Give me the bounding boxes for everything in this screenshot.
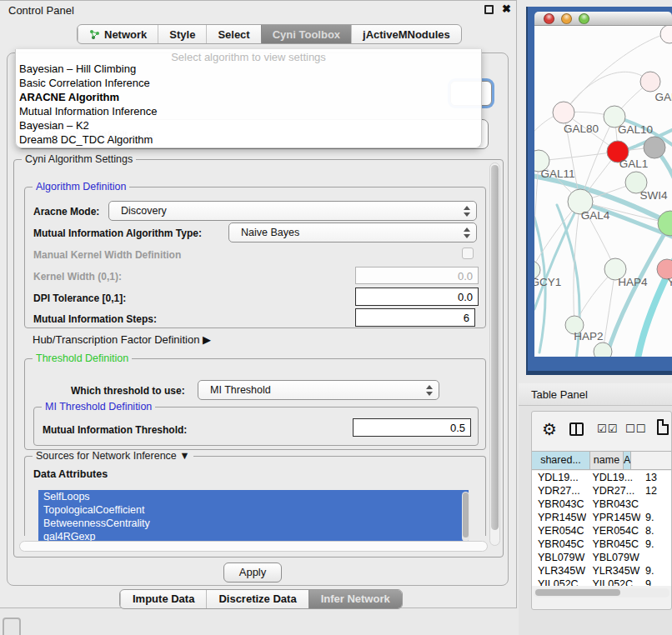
float-window-icon[interactable]: [484, 5, 494, 14]
table-header-row: shared... name A: [532, 451, 671, 470]
mi-threshold-label: Mutual Information Threshold:: [43, 424, 187, 436]
tab[interactable]: Select: [206, 25, 260, 43]
combo-stepper-icon: [463, 227, 470, 239]
control-panel-tabstrip: Network Style Select Cyni Toolbox jActiv…: [77, 24, 462, 44]
mi-threshold-legend: MI Threshold Definition: [42, 401, 155, 412]
threshold-definition-group: Threshold Definition Which threshold to …: [24, 358, 486, 450]
column-header[interactable]: shared...: [532, 452, 590, 469]
dropdown-item[interactable]: Mutual Information Inference: [16, 104, 481, 118]
tab-label: Network: [104, 28, 147, 41]
table-body: YDL19... YDL19... 13 YDR27... YDR27... 1…: [532, 471, 671, 586]
dropdown-item[interactable]: Bayesian – K2: [16, 118, 481, 132]
algorithm-definition-group: Algorithm Definition Aracne Mode: Discov…: [24, 187, 486, 328]
data-attribute-item[interactable]: TopologicalCoefficient: [38, 503, 469, 517]
dpi-tolerance-field[interactable]: 0.0: [355, 288, 479, 306]
network-edge[interactable]: [539, 152, 618, 161]
table-row[interactable]: YIL052C YIL052C 9.: [532, 578, 671, 586]
table-row[interactable]: YBR045C YBR045C 9.: [532, 538, 671, 551]
sources-legend-text: Sources for Network Inference: [36, 450, 177, 462]
close-traffic-light-icon[interactable]: [544, 13, 554, 24]
attributes-list-scrollbar-thumb[interactable]: [463, 492, 469, 538]
network-node[interactable]: [644, 137, 665, 158]
network-node[interactable]: [660, 26, 672, 43]
table-row[interactable]: YBR043C YBR043C: [532, 498, 671, 511]
data-attribute-item[interactable]: BetweennessCentrality: [38, 517, 469, 530]
column-header[interactable]: A: [624, 452, 631, 469]
checked-boxes-icon[interactable]: ☑☑: [597, 422, 618, 435]
data-attribute-item[interactable]: SelfLoops: [38, 490, 469, 503]
cell-name: YIL052C: [586, 578, 640, 586]
cyni-algorithm-settings-group: Cyni Algorithm Settings Algorithm Defini…: [13, 159, 504, 558]
bottom-tab[interactable]: Infer Network: [308, 590, 402, 608]
collapsed-panel-icon[interactable]: [3, 618, 21, 635]
gear-icon[interactable]: ⚙: [542, 419, 557, 439]
cell-shared-name: YBR043C: [532, 498, 586, 511]
bottom-tabstrip: Impute Data Discretize Data Infer Networ…: [119, 589, 403, 609]
column-header[interactable]: name: [590, 452, 624, 469]
mi-type-label: Mutual Information Algorithm Type:: [33, 228, 202, 239]
expand-right-arrow-icon: ▶: [203, 333, 211, 346]
apply-button[interactable]: Apply: [223, 562, 282, 582]
tab[interactable]: jActiveMNodules: [351, 25, 461, 43]
table-horizontal-scrollbar-thumb[interactable]: [535, 589, 620, 596]
tab[interactable]: Style: [158, 25, 206, 43]
which-threshold-value: MI Threshold: [210, 384, 271, 396]
settings-scrollbar[interactable]: [489, 162, 500, 546]
combo-stepper-icon: [463, 205, 470, 218]
bottom-tab[interactable]: Impute Data: [120, 590, 206, 608]
network-node[interactable]: [553, 102, 574, 123]
data-attributes-list: SelfLoops TopologicalCoefficient Between…: [38, 490, 469, 545]
cell-value: 9.: [640, 538, 671, 551]
network-node-label: GAL: [654, 91, 672, 103]
dropdown-item[interactable]: ARACNE Algorithm: [16, 90, 481, 104]
network-node[interactable]: [640, 72, 660, 92]
close-icon[interactable]: ✖: [502, 2, 511, 15]
kernel-width-field[interactable]: 0.0: [355, 267, 479, 284]
hub-definition-expander[interactable]: Hub/Transcription Factor Definition ▶: [33, 333, 211, 346]
dpi-tolerance-label: DPI Tolerance [0,1]:: [33, 292, 126, 304]
tab[interactable]: Network: [78, 25, 158, 43]
table-panel: ⚙ ☑☑ ☐☐ shared... name A YDL19... YDL19.…: [519, 406, 672, 635]
network-node[interactable]: [594, 342, 612, 357]
network-node-label: SWI4: [639, 189, 667, 202]
tab[interactable]: Cyni Toolbox: [261, 25, 351, 43]
cell-name: YDR27...: [586, 484, 640, 498]
sources-legend: Sources for Network Inference ▼: [33, 450, 193, 462]
attributes-list-scrollbar[interactable]: [462, 492, 469, 542]
manual-kernel-checkbox[interactable]: [462, 248, 474, 259]
split-pane-icon[interactable]: [569, 422, 584, 436]
mi-type-combo[interactable]: Naive Bayes: [228, 222, 477, 242]
which-threshold-combo[interactable]: MI Threshold: [198, 380, 439, 400]
minimize-traffic-light-icon[interactable]: [561, 13, 572, 24]
table-row[interactable]: YER054C YER054C 8.: [532, 524, 671, 538]
network-node-label: GAL11: [540, 168, 574, 180]
cell-name: YBR045C: [586, 538, 640, 551]
table-row[interactable]: YBL079W YBL079W: [532, 551, 671, 564]
document-icon[interactable]: [657, 419, 669, 435]
table-row[interactable]: YDR27... YDR27... 12: [532, 484, 671, 498]
dropdown-item[interactable]: Bayesian – Hill Climbing: [16, 62, 481, 76]
dropdown-item[interactable]: Dream8 DC_TDC Algorithm: [16, 132, 481, 147]
table-row[interactable]: YPR145W YPR145W 9.: [532, 511, 671, 524]
network-canvas[interactable]: GALGAL80GAL10GAL1GAL11SWI4GAL4GCY1HAP4YH…: [534, 26, 672, 357]
hub-definition-label: Hub/Transcription Factor Definition: [33, 333, 199, 346]
table-row[interactable]: YLR345W YLR345W 9.: [532, 564, 671, 578]
settings-horizontal-scrollbar[interactable]: [19, 541, 488, 552]
collapse-down-arrow-icon[interactable]: ▼: [179, 450, 189, 462]
settings-scrollbar-thumb[interactable]: [491, 165, 499, 530]
cell-name: YER054C: [586, 524, 640, 538]
mi-threshold-field[interactable]: 0.5: [353, 418, 471, 437]
table-row[interactable]: YDL19... YDL19... 13: [532, 471, 671, 484]
network-node-label: HAP4: [618, 276, 648, 288]
table-horizontal-scrollbar[interactable]: [534, 588, 669, 598]
window-traffic-lights: [544, 13, 589, 24]
mi-steps-field[interactable]: 6: [355, 308, 475, 327]
zoom-traffic-light-icon[interactable]: [579, 13, 589, 24]
cell-value: 9.: [640, 511, 671, 524]
threshold-definition-legend: Threshold Definition: [33, 352, 132, 364]
aracne-mode-combo[interactable]: Discovery: [108, 201, 477, 221]
tab-label: jActiveMNodules: [363, 28, 450, 41]
bottom-tab[interactable]: Discretize Data: [206, 590, 308, 608]
dropdown-item[interactable]: Basic Correlation Inference: [16, 76, 481, 90]
unchecked-boxes-icon[interactable]: ☐☐: [625, 422, 646, 435]
